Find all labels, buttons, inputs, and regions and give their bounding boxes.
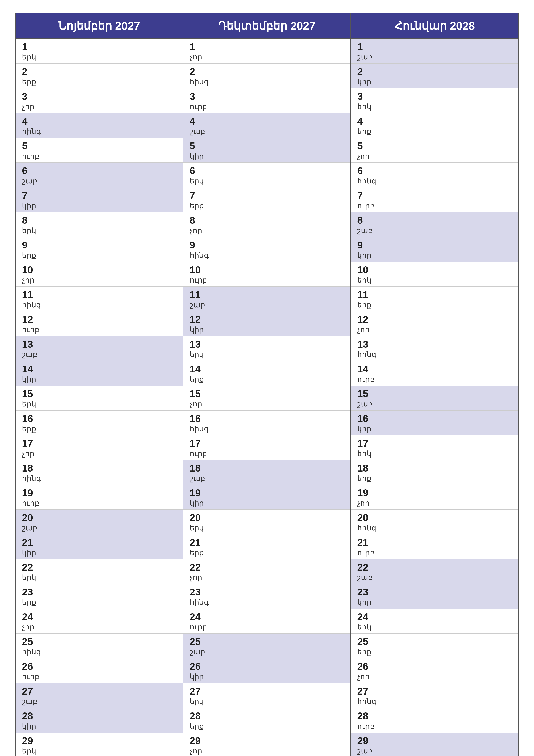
day-row: 2հինգ bbox=[183, 64, 350, 88]
day-name: ուրբ bbox=[190, 623, 344, 631]
day-name: չոր bbox=[190, 53, 344, 61]
day-row: 10երկ bbox=[351, 262, 519, 286]
day-row: 21ուրբ bbox=[351, 534, 519, 559]
day-name: կիր bbox=[190, 672, 344, 681]
day-row: 14կիր bbox=[15, 361, 183, 386]
day-name: երք bbox=[22, 251, 176, 259]
day-row: 19կիր bbox=[183, 485, 350, 510]
day-number: 8 bbox=[22, 215, 176, 225]
day-row: 9երք bbox=[15, 237, 183, 262]
day-row: 15շաբ bbox=[351, 386, 519, 411]
day-row: 13հինգ bbox=[351, 336, 519, 361]
month-column-0: Նոյեմբեր 20271երկ2երք3չոր4հինգ5ուրբ6շաբ7… bbox=[15, 14, 183, 756]
day-number: 2 bbox=[22, 67, 176, 76]
day-row: 2երք bbox=[15, 64, 183, 88]
day-name: կիր bbox=[357, 77, 512, 86]
day-number: 23 bbox=[190, 587, 344, 597]
day-number: 14 bbox=[22, 364, 176, 374]
day-row: 24չոր bbox=[15, 609, 183, 634]
day-number: 1 bbox=[22, 42, 176, 52]
day-name: ուրբ bbox=[22, 499, 176, 507]
day-row: 16հինգ bbox=[183, 411, 350, 435]
day-row: 1երկ bbox=[15, 39, 183, 64]
day-name: կիր bbox=[190, 499, 344, 507]
day-name: կիր bbox=[357, 251, 512, 259]
day-name: ուրբ bbox=[357, 722, 512, 730]
day-name: կիր bbox=[22, 375, 176, 383]
day-number: 19 bbox=[190, 488, 344, 498]
day-name: ուրբ bbox=[357, 375, 512, 383]
day-row: 10չոր bbox=[15, 262, 183, 286]
day-name: շաբ bbox=[357, 226, 512, 235]
day-name: երկ bbox=[357, 623, 512, 631]
day-number: 16 bbox=[190, 414, 344, 423]
day-row: 11երք bbox=[351, 286, 519, 311]
day-row: 17չոր bbox=[15, 435, 183, 460]
day-number: 26 bbox=[22, 662, 176, 671]
day-name: հինգ bbox=[357, 176, 512, 185]
day-number: 17 bbox=[22, 438, 176, 448]
day-name: երք bbox=[22, 424, 176, 433]
day-number: 3 bbox=[357, 92, 512, 101]
day-row: 29շաբ bbox=[351, 733, 519, 756]
day-name: երք bbox=[22, 77, 176, 86]
day-name: երկ bbox=[22, 399, 176, 408]
day-row: 18հինգ bbox=[15, 460, 183, 485]
day-number: 2 bbox=[190, 67, 344, 76]
day-row: 4շաբ bbox=[183, 113, 350, 138]
day-row: 8շաբ bbox=[351, 212, 519, 237]
day-name: երկ bbox=[190, 697, 344, 706]
day-number: 22 bbox=[22, 562, 176, 572]
day-number: 10 bbox=[190, 265, 344, 275]
day-row: 12կիր bbox=[183, 311, 350, 336]
day-number: 22 bbox=[190, 562, 344, 572]
day-row: 16կիր bbox=[351, 411, 519, 435]
day-name: հինգ bbox=[190, 598, 344, 607]
day-name: երկ bbox=[22, 746, 176, 755]
day-number: 17 bbox=[190, 438, 344, 448]
day-row: 27շաբ bbox=[15, 683, 183, 708]
day-row: 20շաբ bbox=[15, 510, 183, 534]
day-number: 27 bbox=[22, 686, 176, 696]
calendar-container: Նոյեմբեր 20271երկ2երք3չոր4հինգ5ուրբ6շաբ7… bbox=[15, 13, 519, 756]
day-name: շաբ bbox=[22, 697, 176, 706]
day-row: 1չոր bbox=[183, 39, 350, 64]
day-row: 3ուրբ bbox=[183, 88, 350, 113]
day-name: շաբ bbox=[22, 350, 176, 359]
day-name: երք bbox=[190, 201, 344, 210]
day-row: 28երք bbox=[183, 708, 350, 733]
day-name: շաբ bbox=[190, 127, 344, 136]
day-row: 15չոր bbox=[183, 386, 350, 411]
day-row: 13երկ bbox=[183, 336, 350, 361]
day-number: 15 bbox=[22, 389, 176, 399]
day-number: 20 bbox=[190, 513, 344, 523]
day-name: ուրբ bbox=[190, 449, 344, 458]
day-number: 9 bbox=[190, 240, 344, 250]
day-row: 8երկ bbox=[15, 212, 183, 237]
day-number: 6 bbox=[22, 166, 176, 176]
day-number: 4 bbox=[22, 116, 176, 126]
month-header-2: Հունվար 2028 bbox=[351, 14, 519, 39]
day-row: 25երք bbox=[351, 634, 519, 659]
day-row: 7կիր bbox=[15, 187, 183, 212]
day-number: 18 bbox=[22, 463, 176, 473]
day-name: հինգ bbox=[22, 474, 176, 482]
day-name: կիր bbox=[22, 548, 176, 557]
day-name: հինգ bbox=[357, 697, 512, 706]
day-number: 29 bbox=[190, 736, 344, 746]
day-row: 23երք bbox=[15, 584, 183, 609]
day-row: 26ուրբ bbox=[15, 659, 183, 683]
day-name: շաբ bbox=[190, 300, 344, 309]
calendar-grid: Նոյեմբեր 20271երկ2երք3չոր4հինգ5ուրբ6շաբ7… bbox=[15, 14, 519, 756]
day-row: 23հինգ bbox=[183, 584, 350, 609]
day-row: 1շաբ bbox=[351, 39, 519, 64]
day-name: ուրբ bbox=[357, 548, 512, 557]
day-row: 10ուրբ bbox=[183, 262, 350, 286]
day-name: ուրբ bbox=[22, 672, 176, 681]
day-number: 15 bbox=[190, 389, 344, 399]
day-name: երկ bbox=[190, 176, 344, 185]
day-row: 16երք bbox=[15, 411, 183, 435]
day-number: 28 bbox=[22, 711, 176, 721]
day-row: 5չոր bbox=[351, 138, 519, 163]
day-row: 27հինգ bbox=[351, 683, 519, 708]
